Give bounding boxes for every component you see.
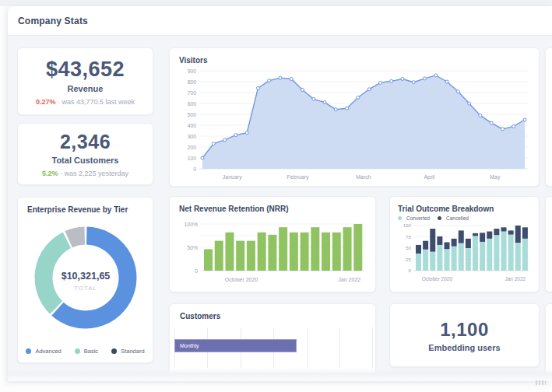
svg-text:January: January (223, 174, 242, 180)
converted-legend-dot (398, 216, 402, 220)
svg-text:75: 75 (406, 234, 411, 240)
converted-legend-label: Converted (406, 215, 430, 221)
svg-text:$10,321,65: $10,321,65 (62, 271, 111, 282)
basic-legend-label: Basic (84, 348, 98, 355)
standard-legend-dot (111, 348, 117, 354)
visitors-area-chart[interactable]: 0100200300400500600700800900JanuaryFebru… (179, 65, 531, 183)
revenue-delta-percent: 0.27% (36, 98, 56, 106)
svg-text:700: 700 (188, 90, 197, 96)
customers-chart-title: Customers (174, 312, 371, 320)
cancelled-legend-dot (438, 216, 441, 220)
svg-text:100: 100 (188, 156, 197, 161)
customers-gridline (307, 327, 308, 368)
visitors-chart-title: Visitors (179, 56, 529, 65)
cutoff-card-middle (545, 196, 552, 292)
advanced-legend-label: Advanced (35, 348, 61, 355)
tier-card: Enterprise Revenue by Tier $10,321,65TOT… (17, 197, 153, 363)
watermark-logo (536, 380, 546, 385)
customers-gridline (339, 327, 340, 368)
svg-text:0: 0 (195, 268, 198, 274)
svg-text:100: 100 (403, 222, 412, 228)
svg-text:March: March (356, 174, 371, 180)
svg-text:October 2020: October 2020 (225, 277, 258, 282)
svg-text:0: 0 (193, 166, 196, 172)
tier-legend-item-standard[interactable]: Standard (111, 348, 144, 355)
total-customers-delta-note: · was 2,225 yesterday (60, 170, 128, 177)
svg-text:0: 0 (409, 268, 412, 273)
customers-hbar-chart[interactable]: Monthly (174, 327, 371, 368)
svg-text:October 2020: October 2020 (422, 276, 453, 282)
page-top-margin (0, 0, 552, 6)
page-title: Company Stats (18, 16, 88, 26)
nrr-card: Net Revenue Retention (NRR) 100%50%0Octo… (169, 196, 376, 292)
revenue-card: $43,652 Revenue 0.27% · was 43,770.5 las… (17, 47, 153, 115)
nrr-chart-title: Net Revenue Retention (NRR) (179, 205, 366, 213)
tier-chart-title: Enterprise Revenue by Tier (27, 205, 143, 214)
trial-legend-item-cancelled[interactable]: Cancelled (438, 215, 469, 221)
total-customers-delta-percent: 5.2% (42, 170, 58, 177)
svg-text:25: 25 (406, 257, 411, 262)
dashboard-content: $43,652 Revenue 0.27% · was 43,770.5 las… (8, 36, 552, 381)
tier-legend-item-basic[interactable]: Basic (75, 348, 98, 355)
svg-text:May: May (490, 174, 501, 180)
svg-text:400: 400 (188, 123, 197, 128)
svg-text:100%: 100% (185, 222, 198, 227)
svg-text:50: 50 (406, 245, 411, 250)
svg-text:TOTAL: TOTAL (74, 285, 97, 292)
advanced-legend-dot (26, 348, 31, 354)
total-customers-value: 2,346 (60, 131, 111, 153)
svg-text:April: April (424, 174, 434, 180)
visitors-card: Visitors 0100200300400500600700800900Jan… (169, 47, 540, 187)
dashboard-header: Company Stats (8, 6, 552, 36)
tier-legend: Advanced Basic Standard (18, 348, 153, 355)
svg-text:600: 600 (188, 101, 197, 107)
svg-text:900: 900 (188, 68, 197, 74)
cutoff-card-top (545, 47, 552, 187)
tier-legend-item-advanced[interactable]: Advanced (26, 348, 61, 355)
embedding-users-value: 1,100 (440, 319, 489, 341)
revenue-label: Revenue (68, 84, 104, 93)
trial-card: Trial Outcome Breakdown Converted Cancel… (389, 196, 540, 292)
trial-legend-item-converted[interactable]: Converted (398, 215, 430, 221)
revenue-delta: 0.27% · was 43,770.5 last week (36, 98, 135, 106)
svg-text:February: February (287, 174, 310, 180)
svg-text:500: 500 (188, 112, 197, 117)
svg-text:200: 200 (188, 145, 197, 150)
basic-legend-dot (75, 348, 80, 354)
nrr-bar-chart[interactable]: 100%50%0October 2020Jan 2022 (179, 216, 367, 288)
tier-donut-chart[interactable]: $10,321,65TOTAL (27, 219, 145, 341)
trial-chart-title: Trial Outcome Breakdown (398, 205, 531, 213)
cancelled-legend-label: Cancelled (446, 215, 469, 221)
customers-bar-monthly[interactable]: Monthly (174, 339, 297, 352)
svg-text:50%: 50% (187, 245, 198, 250)
total-customers-label: Total Customers (52, 156, 119, 165)
trial-stacked-bar-chart[interactable]: 1007550250October 2020Jan 2022 (398, 222, 533, 288)
svg-text:Jan 2022: Jan 2022 (338, 277, 360, 282)
embedding-users-card: 1,100 Embedding users (389, 303, 540, 367)
trial-legend: Converted Cancelled (398, 215, 531, 221)
revenue-delta-note: · was 43,770.5 last week (58, 98, 135, 106)
content-bottom-fade (8, 369, 552, 381)
svg-text:Jan 2022: Jan 2022 (505, 276, 526, 282)
revenue-value: $43,652 (46, 58, 125, 82)
total-customers-delta: 5.2% · was 2,225 yesterday (42, 170, 128, 177)
svg-text:300: 300 (188, 134, 197, 139)
total-customers-card: 2,346 Total Customers 5.2% · was 2,225 y… (17, 123, 153, 185)
dashboard-surface: Company Stats $43,652 Revenue 0.27% · wa… (8, 6, 552, 381)
standard-legend-label: Standard (121, 348, 144, 355)
customers-gridline (372, 327, 373, 368)
svg-text:800: 800 (188, 79, 197, 85)
embedding-users-label: Embedding users (428, 343, 500, 352)
